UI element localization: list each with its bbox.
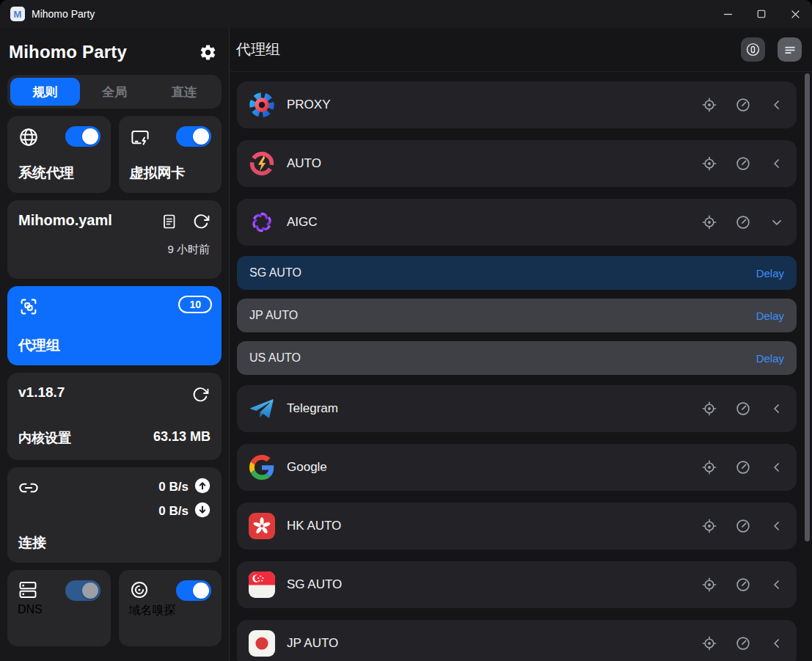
connections-label: 连接 <box>18 533 46 552</box>
proxy-node-name: SG AUTO <box>249 266 301 280</box>
link-icon <box>18 488 39 500</box>
proxy-groups-nav-card[interactable]: 10 代理组 <box>7 286 222 365</box>
chevron-icon[interactable] <box>769 214 785 230</box>
profile-updated-time: 9 小时前 <box>167 243 210 257</box>
locate-node-icon[interactable] <box>701 97 717 113</box>
group-icon <box>249 454 275 481</box>
profile-file-icon[interactable] <box>160 212 179 231</box>
tun-toggle[interactable] <box>176 126 211 147</box>
upload-arrow-icon <box>194 478 211 497</box>
speed-test-icon[interactable] <box>735 401 751 417</box>
system-proxy-card[interactable]: 系统代理 <box>7 116 111 193</box>
outbound-mode-tabs: 规则 全局 直连 <box>7 75 222 109</box>
proxy-group-row[interactable]: PROXY <box>237 81 797 128</box>
scrollbar[interactable] <box>805 72 810 661</box>
delay-label[interactable]: Delay <box>756 352 784 365</box>
group-name: SG AUTO <box>287 577 701 592</box>
speed-test-icon[interactable] <box>735 518 751 534</box>
chevron-icon[interactable] <box>769 635 785 651</box>
group-icon <box>249 571 275 598</box>
proxy-node-row[interactable]: US AUTO Delay <box>237 341 797 375</box>
delay-zero-button[interactable] <box>741 37 765 62</box>
profile-card[interactable]: Mihomo.yaml 9 小时前 <box>7 200 222 279</box>
chevron-icon[interactable] <box>769 97 785 113</box>
locate-node-icon[interactable] <box>701 577 717 593</box>
speed-test-icon[interactable] <box>735 97 751 113</box>
group-name: Telegram <box>287 401 701 416</box>
locate-node-icon[interactable] <box>701 459 717 475</box>
profile-refresh-icon[interactable] <box>191 212 211 231</box>
proxy-groups-count-badge: 10 <box>178 296 212 313</box>
tun-label: 虚拟网卡 <box>130 164 186 183</box>
chevron-icon[interactable] <box>769 401 785 417</box>
sniff-toggle[interactable] <box>176 580 211 601</box>
chevron-icon[interactable] <box>769 518 785 534</box>
connections-card[interactable]: 0 B/s 0 B/s 连接 <box>7 467 222 563</box>
system-proxy-toggle[interactable] <box>65 126 100 147</box>
locate-node-icon[interactable] <box>701 214 717 230</box>
scrollbar-thumb[interactable] <box>805 73 810 541</box>
locate-node-icon[interactable] <box>701 518 717 534</box>
sniffer-radar-icon <box>129 590 150 602</box>
speed-test-icon[interactable] <box>735 214 751 230</box>
locate-node-icon[interactable] <box>701 156 717 172</box>
locate-node-icon[interactable] <box>701 401 717 417</box>
proxy-groups-label: 代理组 <box>18 336 60 355</box>
chevron-icon[interactable] <box>769 156 785 172</box>
proxy-node-name: US AUTO <box>249 351 301 365</box>
page-title: 代理组 <box>236 40 280 59</box>
proxy-group-row[interactable]: SG AUTO <box>237 561 797 608</box>
speed-test-icon[interactable] <box>735 635 751 651</box>
tun-card[interactable]: 虚拟网卡 <box>119 116 222 193</box>
proxy-group-row[interactable]: HK AUTO <box>237 503 797 549</box>
tab-direct[interactable]: 直连 <box>149 78 219 106</box>
dns-card[interactable]: DNS <box>7 570 111 646</box>
proxy-group-row[interactable]: Telegram <box>237 385 797 432</box>
chevron-icon[interactable] <box>769 577 785 593</box>
speed-test-icon[interactable] <box>735 156 751 172</box>
minimize-button[interactable] <box>711 0 745 28</box>
group-icon <box>249 513 275 539</box>
proxy-group-row[interactable]: AUTO <box>237 140 797 187</box>
dns-toggle[interactable] <box>65 580 100 601</box>
chevron-icon[interactable] <box>769 459 785 475</box>
proxy-group-row[interactable]: JP AUTO <box>237 620 797 661</box>
core-refresh-icon[interactable] <box>191 385 210 404</box>
proxy-groups-icon <box>18 307 39 319</box>
group-icon <box>249 209 275 235</box>
sniff-card[interactable]: 域名嗅探 <box>119 570 222 646</box>
group-name: AIGC <box>287 215 701 230</box>
dns-server-icon <box>18 590 38 602</box>
proxy-group-row[interactable]: AIGC <box>237 199 797 246</box>
sidebar-app-title: Mihomo Party <box>9 42 127 62</box>
locate-node-icon[interactable] <box>701 635 717 651</box>
core-memory-value: 63.13 MB <box>153 429 211 447</box>
core-card[interactable]: v1.18.7 内核设置 63.13 MB <box>7 373 222 460</box>
proxy-group-row[interactable]: Google <box>237 444 797 491</box>
proxy-group-list: PROXY AUTO <box>237 72 797 661</box>
tab-rule[interactable]: 规则 <box>10 78 80 106</box>
speed-test-icon[interactable] <box>735 459 751 475</box>
dns-label: DNS <box>18 603 100 616</box>
app-window: M Mihomo Party Mihomo Party 规则 全局 直连 <box>0 0 812 661</box>
speed-test-icon[interactable] <box>735 577 751 593</box>
delay-label[interactable]: Delay <box>756 267 784 280</box>
system-proxy-label: 系统代理 <box>18 164 74 183</box>
main-header: 代理组 <box>230 28 812 72</box>
tab-global[interactable]: 全局 <box>80 78 150 106</box>
group-display-mode-button[interactable] <box>778 37 802 62</box>
group-icon <box>249 395 275 422</box>
maximize-button[interactable] <box>745 0 778 28</box>
proxy-node-name: JP AUTO <box>249 309 298 322</box>
delay-label[interactable]: Delay <box>756 310 784 322</box>
main-panel: 代理组 PROXY <box>230 28 812 661</box>
close-button[interactable] <box>778 0 812 28</box>
group-icon <box>249 150 275 177</box>
proxy-node-row[interactable]: SG AUTO Delay <box>237 256 797 290</box>
download-rate: 0 B/s <box>158 504 189 519</box>
settings-gear-icon[interactable] <box>197 41 219 63</box>
download-arrow-icon <box>194 502 211 521</box>
group-name: PROXY <box>287 98 701 112</box>
sniff-label: 域名嗅探 <box>129 603 212 618</box>
proxy-node-row[interactable]: JP AUTO Delay <box>237 299 797 332</box>
